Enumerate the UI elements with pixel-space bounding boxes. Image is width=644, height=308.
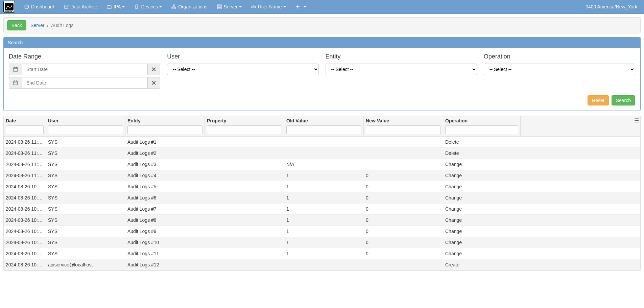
entity-label: Entity xyxy=(326,53,477,60)
date-range-label: Date Range xyxy=(9,53,160,60)
cell-property xyxy=(205,159,284,170)
svg-rect-17 xyxy=(217,6,221,7)
col-header-entity[interactable]: Entity xyxy=(127,118,202,123)
table-row[interactable]: 2024-08-26 11:00:22SYSAudit Logs #410Cha… xyxy=(4,170,640,181)
grid-header: Date User Entity Property Old Value New … xyxy=(4,116,640,137)
nav-item-user-name[interactable]: User Name xyxy=(246,0,291,14)
cell-user: SYS xyxy=(46,181,125,192)
entity-select[interactable]: -- Select -- xyxy=(326,64,477,75)
cell-oldvalue: 1 xyxy=(284,248,364,259)
nav-item-organizations[interactable]: Organizations xyxy=(167,0,212,14)
server-icon xyxy=(217,4,222,9)
nav-item-plus[interactable] xyxy=(291,0,311,14)
filter-operation-input[interactable] xyxy=(445,125,518,134)
breadcrumb: Server / Audit Logs xyxy=(30,23,73,28)
navbar: IntrepidCS DashboardData ArchiveIPADevic… xyxy=(0,0,644,14)
end-date-input[interactable] xyxy=(22,77,148,89)
clear-start-date-icon[interactable] xyxy=(148,64,160,75)
breadcrumb-bar: Back Server / Audit Logs xyxy=(3,17,641,33)
nav-items: DashboardData ArchiveIPADevicesOrganizat… xyxy=(20,0,311,14)
breadcrumb-server[interactable]: Server xyxy=(30,23,44,28)
cell-newvalue: 0 xyxy=(364,170,443,181)
table-row[interactable]: 2024-08-26 10:55:09SYSAudit Logs #510Cha… xyxy=(4,181,640,192)
table-row[interactable]: 2024-08-26 10:40:15SYSAudit Logs #810Cha… xyxy=(4,215,640,226)
table-row[interactable]: 2024-08-26 10:35:03SYSAudit Logs #910Cha… xyxy=(4,226,640,237)
cell-property xyxy=(205,170,284,181)
cell-entity: Audit Logs #9 xyxy=(125,226,205,237)
filter-date-input[interactable] xyxy=(6,125,44,134)
reset-button[interactable]: Reset xyxy=(588,95,609,105)
nav-item-label: Devices xyxy=(141,4,158,9)
cell-user: apiservice@localhost xyxy=(46,259,125,270)
filter-newvalue-input[interactable] xyxy=(366,125,441,134)
col-header-property[interactable]: Property xyxy=(207,118,282,123)
cell-property xyxy=(205,204,284,214)
nav-item-dashboard[interactable]: Dashboard xyxy=(20,0,59,14)
operation-select[interactable]: -- Select -- xyxy=(484,64,635,75)
calendar-icon[interactable] xyxy=(9,64,22,75)
col-header-oldvalue[interactable]: Old Value xyxy=(286,118,361,123)
user-select[interactable]: -- Select -- xyxy=(167,64,318,75)
nav-item-label: User Name xyxy=(258,4,282,9)
col-header-date[interactable]: Date xyxy=(6,118,44,123)
cell-oldvalue xyxy=(284,148,364,159)
filter-property-input[interactable] xyxy=(207,125,282,134)
cell-date: 2024-08-26 11:01:01 xyxy=(4,148,46,159)
col-header-user[interactable]: User xyxy=(48,118,123,123)
calendar-icon[interactable] xyxy=(9,77,22,89)
nav-item-devices[interactable]: Devices xyxy=(129,0,167,14)
logo[interactable]: IntrepidCS xyxy=(3,1,15,13)
start-date-group xyxy=(9,64,160,75)
archive-icon xyxy=(64,4,69,9)
table-row[interactable]: 2024-08-26 11:01:01SYSAudit Logs #3N/ACh… xyxy=(4,159,640,170)
cell-entity: Audit Logs #11 xyxy=(125,248,205,259)
col-header-newvalue[interactable]: New Value xyxy=(366,118,441,123)
end-date-group xyxy=(9,77,160,89)
search-panel: Search Date Range xyxy=(3,37,641,111)
table-row[interactable]: 2024-08-26 10:25:20SYSAudit Logs #1110Ch… xyxy=(4,248,640,259)
cell-newvalue: 0 xyxy=(364,181,443,192)
table-row[interactable]: 2024-08-26 10:50:01SYSAudit Logs #610Cha… xyxy=(4,192,640,204)
filter-user-input[interactable] xyxy=(48,125,123,134)
table-row[interactable]: 2024-08-26 10:25:14apiservice@localhostA… xyxy=(4,259,640,270)
nav-item-data-archive[interactable]: Data Archive xyxy=(59,0,102,14)
cell-oldvalue xyxy=(284,137,364,147)
back-button[interactable]: Back xyxy=(7,20,26,30)
cell-user: SYS xyxy=(46,248,125,259)
grid-menu-icon[interactable]: ☰ xyxy=(634,117,639,124)
cell-oldvalue: 1 xyxy=(284,170,364,181)
cell-property xyxy=(205,248,284,259)
svg-rect-16 xyxy=(217,5,221,6)
cell-date: 2024-08-26 11:00:22 xyxy=(4,170,46,181)
filter-oldvalue-input[interactable] xyxy=(286,125,361,134)
start-date-input[interactable] xyxy=(22,64,148,75)
grid-body: 2024-08-26 11:01:01SYSAudit Logs #1Delet… xyxy=(4,137,640,270)
cell-operation: Delete xyxy=(443,148,521,159)
table-row[interactable]: 2024-08-26 10:30:30SYSAudit Logs #1010Ch… xyxy=(4,237,640,248)
col-header-operation[interactable]: Operation xyxy=(445,118,518,123)
cell-newvalue: 0 xyxy=(364,237,443,248)
cell-date: 2024-08-26 10:30:30 xyxy=(4,237,46,248)
table-row[interactable]: 2024-08-26 11:01:01SYSAudit Logs #1Delet… xyxy=(4,137,640,148)
cell-user: SYS xyxy=(46,137,125,147)
search-button[interactable]: Search xyxy=(612,95,635,105)
clear-end-date-icon[interactable] xyxy=(148,77,160,89)
nav-item-server[interactable]: Server xyxy=(212,0,246,14)
cell-property xyxy=(205,259,284,270)
cell-date: 2024-08-26 10:55:09 xyxy=(4,181,46,192)
nav-item-ipa[interactable]: IPA xyxy=(102,0,130,14)
breadcrumb-current: Audit Logs xyxy=(51,23,73,28)
filter-entity-input[interactable] xyxy=(127,125,202,134)
svg-rect-9 xyxy=(173,5,174,6)
cell-newvalue: 0 xyxy=(364,204,443,214)
svg-point-8 xyxy=(137,8,137,8)
table-row[interactable]: 2024-08-26 11:01:01SYSAudit Logs #2Delet… xyxy=(4,148,640,159)
cell-oldvalue: 1 xyxy=(284,226,364,237)
gauge-icon xyxy=(24,4,29,9)
crown-icon xyxy=(251,4,256,9)
caret-icon xyxy=(283,6,286,7)
cell-entity: Audit Logs #5 xyxy=(125,181,205,192)
svg-rect-18 xyxy=(217,8,221,9)
cell-oldvalue: 1 xyxy=(284,181,364,192)
table-row[interactable]: 2024-08-26 10:45:25SYSAudit Logs #710Cha… xyxy=(4,204,640,215)
